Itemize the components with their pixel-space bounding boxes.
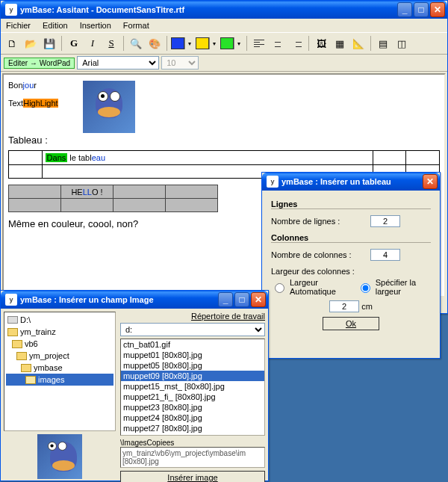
list-item: muppet27 [80x80].jpg [121,423,264,433]
menu-fichier[interactable]: Fichier [4,20,33,31]
menu-format[interactable]: Format [121,20,152,31]
underline-button[interactable]: S [103,35,119,52]
repertoire-link[interactable]: Répertoire de travail [191,312,265,321]
image-dialog-title: ymBase : Insérer un champ Image [20,295,154,304]
close-button[interactable]: ✕ [423,174,438,189]
muppet-image [83,81,135,133]
file-listbox[interactable]: ctn_bat01.gif muppet01 [80x80].jpg muppe… [120,339,265,436]
search-button[interactable]: 🔍 [128,35,144,52]
image-dialog: y ymBase : Insérer un champ Image _ □ ✕ … [0,290,269,481]
ruler-button[interactable]: 📐 [350,35,367,52]
toolbar2: Editer → WordPad Arial 10 [1,55,447,72]
folder-icon [21,364,31,372]
list-item: ctn_bat01.gif [121,339,264,350]
font-name-select[interactable]: Arial [77,56,159,69]
colonnes-input[interactable] [370,249,400,261]
open-button[interactable]: 📂 [22,35,39,52]
insert-image-button[interactable]: 🖼 [313,35,329,52]
editer-wordpad-button[interactable]: Editer → WordPad [4,58,75,69]
insert-image-button[interactable]: Insérer image [120,471,265,482]
app-icon: y [5,4,17,16]
maximize-button[interactable]: □ [234,292,249,307]
table-dialog-titlebar[interactable]: y ymBase : Insérer un tableau ✕ [262,173,440,191]
insert-table-button[interactable]: ▦ [332,35,348,52]
largeur-spec-radio[interactable] [361,283,370,293]
save-button[interactable]: 💾 [41,35,57,52]
ok-button[interactable]: Ok [323,317,379,330]
minimize-button[interactable]: _ [218,292,233,307]
maximize-button[interactable]: □ [414,2,429,17]
colonnes-label: Nombre de colonnes : [271,250,368,259]
bgcolor-picker[interactable]: ▾ [220,37,243,49]
color-picker[interactable]: ▾ [171,37,193,49]
list-item-selected: muppet09 [80x80].jpg [121,371,264,381]
folder-open-icon [25,376,36,384]
app-icon: y [5,294,17,306]
new-button[interactable]: 🗋 [4,35,20,52]
close-button[interactable]: ✕ [430,2,445,17]
align-left-button[interactable] [251,35,267,52]
list-item: muppet21_fi_ [80x80].jpg [121,392,264,402]
list-item: muppet15_mst_ [80x80].jpg [121,381,264,392]
list-item: muppet01 [80x80].jpg [121,350,264,360]
tree-item: ymbase [6,362,113,374]
doc-line-tableau: Tableau : [8,135,440,146]
layout-button[interactable]: ◫ [393,35,410,52]
drive-select[interactable]: d: [120,323,265,336]
app-icon: y [267,176,279,188]
images-copiees-label: \ImagesCopiees [120,439,265,447]
folder-icon [16,352,27,360]
path-display: ym_trainz\vb6\ym_project\ymbase\im [80x8… [120,447,265,468]
folder-icon [12,340,22,348]
tree-item: vb6 [6,338,113,350]
lignes-input[interactable] [370,215,400,227]
italic-button[interactable]: I [84,35,101,52]
minimize-button[interactable]: _ [397,2,412,17]
menu-insertion[interactable]: Insertion [78,20,113,31]
menubar: Fichier Edition Insertion Format [1,19,447,32]
largeur-label: Largeur des colonnes : [271,267,431,276]
list-item: muppet24 [80x80].jpg [121,413,264,423]
font-size-select[interactable]: 10 [161,56,199,69]
tree-item: D:\ [6,314,113,326]
largeur-input[interactable] [329,300,359,312]
main-titlebar[interactable]: y ymBase: Assitant - DocumentSansTitre.r… [1,1,447,19]
largeur-auto-radio[interactable] [275,283,284,293]
main-title: ymBase: Assitant - DocumentSansTitre.rtf [20,5,184,14]
list-item: muppet31_anl_ [80x80].jpg [121,433,264,436]
table-dialog-title: ymBase : Insérer un tableau [281,177,391,186]
highlight-picker[interactable]: ▾ [196,37,218,49]
menu-edition[interactable]: Edition [40,20,70,31]
list-item: muppet23 [80x80].jpg [121,402,264,413]
folder-icon [7,328,18,336]
color-tool-button[interactable]: 🎨 [146,35,163,52]
close-button[interactable]: ✕ [251,292,266,307]
tree-item: ym_project [6,350,113,362]
gray-table: HELLO ! [8,185,218,212]
grid-button[interactable]: ▤ [375,35,391,52]
tree-item: ym_trainz [6,326,113,338]
toolbar: 🗋 📂 💾 G I S 🔍 🎨 ▾ ▾ ▾ 🖼 ▦ 📐 ▤ ◫ [1,32,447,55]
tree-item-selected: images [6,374,113,386]
align-center-button[interactable] [270,35,286,52]
drive-icon [7,316,18,324]
table-dialog: y ymBase : Insérer un tableau ✕ Lignes N… [261,172,441,359]
image-dialog-titlebar[interactable]: y ymBase : Insérer un champ Image _ □ ✕ [1,291,268,309]
preview-image [37,434,82,479]
align-right-button[interactable] [288,35,305,52]
colonnes-group: Colonnes [271,233,431,243]
bold-button[interactable]: G [66,35,82,52]
doc-line-bonjour: Bonjour TextHighLight [8,81,440,133]
folder-tree[interactable]: D:\ ym_trainz vb6 ym_project ymbase imag… [4,312,116,431]
lignes-group: Lignes [271,200,431,209]
lignes-label: Nombre de lignes : [271,217,368,226]
list-item: muppet05 [80x80].jpg [121,360,264,371]
